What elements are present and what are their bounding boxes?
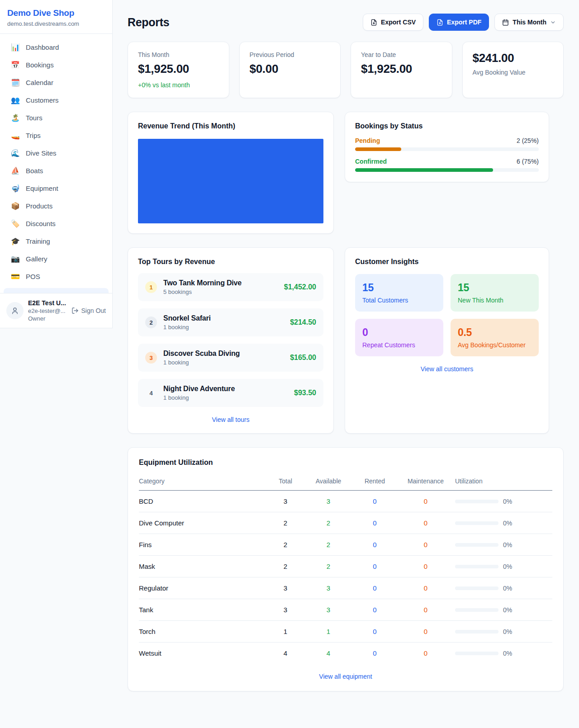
tour-bookings: 1 booking bbox=[163, 324, 284, 331]
cell-maintenance: 0 bbox=[396, 606, 455, 614]
sidebar-item-label: POS bbox=[26, 273, 40, 280]
sidebar-header: Demo Dive Shop demo.test.divestreams.com bbox=[0, 0, 112, 34]
insight-label: New This Month bbox=[458, 297, 532, 304]
tour-bookings: 5 bookings bbox=[163, 288, 278, 295]
cell-available: 2 bbox=[304, 541, 353, 548]
products-icon: 📦 bbox=[11, 203, 20, 210]
sidebar-item-tours[interactable]: 🏝️ Tours bbox=[4, 109, 109, 127]
revenue-trend-chart bbox=[138, 139, 323, 223]
insight-value: 0 bbox=[362, 326, 436, 339]
stat-label: This Month bbox=[138, 51, 219, 58]
tour-amount: $93.50 bbox=[294, 389, 316, 397]
utilization-bar bbox=[455, 586, 498, 590]
cell-maintenance: 0 bbox=[396, 541, 455, 548]
cell-category: Fins bbox=[139, 541, 267, 548]
cell-rented: 0 bbox=[353, 606, 396, 614]
sidebar-item-calendar[interactable]: 🗓️ Calendar bbox=[4, 74, 109, 91]
sidebar-item-products[interactable]: 📦 Products bbox=[4, 197, 109, 215]
sign-out-button[interactable]: Sign Out bbox=[71, 307, 106, 314]
tour-row[interactable]: 2 Snorkel Safari 1 booking $214.50 bbox=[138, 308, 323, 336]
utilization-bar bbox=[455, 543, 498, 547]
cell-category: BCD bbox=[139, 497, 267, 505]
customer-insights-title: Customer Insights bbox=[355, 258, 539, 266]
user-email: e2e-tester@... bbox=[28, 307, 67, 314]
sidebar-item-label: Tours bbox=[26, 114, 43, 122]
boats-icon: ⛵ bbox=[11, 167, 20, 175]
utilization-text: 0% bbox=[503, 563, 512, 570]
view-all-equipment-link[interactable]: View all equipment bbox=[139, 673, 552, 680]
utilization-text: 0% bbox=[503, 520, 512, 527]
cell-total: 3 bbox=[267, 606, 304, 614]
column-header: Category bbox=[139, 477, 267, 485]
cell-maintenance: 0 bbox=[396, 497, 455, 505]
training-icon: 🎓 bbox=[11, 238, 20, 245]
topbar-actions: Export CSV Export PDF This Month bbox=[363, 14, 564, 31]
sidebar-item-equipment[interactable]: 🤿 Equipment bbox=[4, 180, 109, 197]
sidebar-item-customers[interactable]: 👥 Customers bbox=[4, 91, 109, 109]
top-tours-title: Top Tours by Revenue bbox=[138, 258, 323, 266]
sidebar-item-dive-sites[interactable]: 🌊 Dive Sites bbox=[4, 144, 109, 162]
sidebar-item-pos[interactable]: 💳 POS bbox=[4, 268, 109, 285]
table-row: Fins 2 2 0 0 0% bbox=[139, 534, 552, 556]
rank-badge: 3 bbox=[145, 352, 157, 364]
tours-icon: 🏝️ bbox=[11, 114, 20, 122]
insight-tiles: 15 Total Customers 15 New This Month 0 R… bbox=[355, 274, 539, 356]
equipment-table-body: BCD 3 3 0 0 0% Dive Computer 2 2 0 0 0% … bbox=[139, 491, 552, 664]
trips-icon: 🚤 bbox=[11, 132, 20, 139]
sidebar-item-dashboard[interactable]: 📊 Dashboard bbox=[4, 38, 109, 56]
sidebar-item-bookings[interactable]: 📅 Bookings bbox=[4, 56, 109, 74]
tour-row[interactable]: 4 Night Dive Adventure 1 booking $93.50 bbox=[138, 379, 323, 407]
sidebar-item-training[interactable]: 🎓 Training bbox=[4, 232, 109, 250]
sidebar-item-discounts[interactable]: 🏷️ Discounts bbox=[4, 215, 109, 232]
insight-label: Avg Bookings/Customer bbox=[458, 341, 532, 349]
shop-domain: demo.test.divestreams.com bbox=[7, 20, 105, 27]
pos-icon: 💳 bbox=[11, 273, 20, 280]
sidebar-item-reports-partial[interactable] bbox=[4, 288, 109, 293]
column-header: Total bbox=[267, 477, 304, 485]
export-csv-button[interactable]: Export CSV bbox=[363, 14, 423, 31]
cell-utilization: 0% bbox=[455, 520, 552, 527]
shop-name: Demo Dive Shop bbox=[7, 8, 105, 18]
tour-row[interactable]: 3 Discover Scuba Diving 1 booking $165.0… bbox=[138, 344, 323, 372]
user-name: E2E Test U... bbox=[28, 299, 67, 307]
utilization-bar bbox=[455, 521, 498, 525]
sidebar-item-label: Equipment bbox=[26, 184, 58, 192]
sidebar-item-trips[interactable]: 🚤 Trips bbox=[4, 127, 109, 144]
status-row: Confirmed 6 (75%) bbox=[355, 158, 539, 172]
cell-total: 4 bbox=[267, 649, 304, 657]
sidebar-item-gallery[interactable]: 📷 Gallery bbox=[4, 250, 109, 268]
tour-row[interactable]: 1 Two Tank Morning Dive 5 bookings $1,45… bbox=[138, 273, 323, 301]
utilization-text: 0% bbox=[503, 606, 512, 614]
equipment-icon: 🤿 bbox=[11, 185, 20, 192]
status-bar-track bbox=[355, 168, 539, 172]
tour-name: Discover Scuba Diving bbox=[163, 350, 284, 358]
sidebar-item-label: Dive Sites bbox=[26, 149, 57, 157]
table-row: Dive Computer 2 2 0 0 0% bbox=[139, 512, 552, 534]
stat-value: $1,925.00 bbox=[361, 62, 442, 76]
status-rows: Pending 2 (25%) Confirmed 6 (75%) bbox=[355, 137, 539, 172]
period-dropdown[interactable]: This Month bbox=[494, 14, 564, 31]
stat-value: $1,925.00 bbox=[138, 62, 219, 76]
stat-card: Previous Period$0.00 bbox=[239, 42, 341, 98]
status-label: Pending bbox=[355, 137, 380, 144]
tour-name: Two Tank Morning Dive bbox=[163, 279, 278, 287]
view-all-customers-link[interactable]: View all customers bbox=[355, 365, 539, 373]
status-value: 2 (25%) bbox=[517, 137, 539, 144]
bookings-by-status-title: Bookings by Status bbox=[355, 122, 539, 130]
stat-card: $241.00Avg Booking Value bbox=[462, 42, 564, 98]
sidebar-item-boats[interactable]: ⛵ Boats bbox=[4, 162, 109, 180]
dashboard-icon: 📊 bbox=[11, 44, 20, 51]
view-all-tours-link[interactable]: View all tours bbox=[138, 416, 323, 423]
bookings-by-status-card: Bookings by Status Pending 2 (25%) Confi… bbox=[345, 112, 549, 182]
export-pdf-button[interactable]: Export PDF bbox=[429, 14, 489, 31]
status-label: Confirmed bbox=[355, 158, 387, 165]
table-row: Tank 3 3 0 0 0% bbox=[139, 599, 552, 621]
table-row: Mask 2 2 0 0 0% bbox=[139, 556, 552, 577]
file-download-icon bbox=[437, 19, 443, 26]
insight-value: 0.5 bbox=[458, 326, 532, 339]
cell-utilization: 0% bbox=[455, 498, 552, 505]
stat-delta: +0% vs last month bbox=[138, 81, 219, 89]
utilization-text: 0% bbox=[503, 585, 512, 592]
cell-utilization: 0% bbox=[455, 650, 552, 657]
topbar: Reports Export CSV Export PDF This Month bbox=[128, 14, 564, 31]
